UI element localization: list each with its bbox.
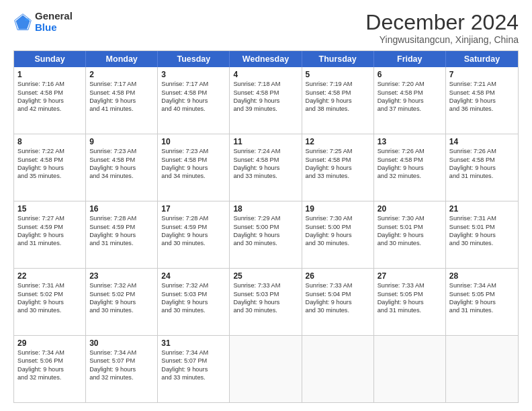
cell-info-line: and 33 minutes. — [233, 172, 298, 180]
cell-info-line: Sunrise: 7:31 AM — [449, 214, 515, 222]
day-cell-12: 12Sunrise: 7:25 AMSunset: 4:58 PMDayligh… — [302, 134, 374, 201]
cell-info-line: Daylight: 9 hours — [89, 298, 154, 306]
day-number: 10 — [161, 137, 226, 146]
day-cell-14: 14Sunrise: 7:26 AMSunset: 4:58 PMDayligh… — [446, 134, 518, 201]
cell-info-line: Daylight: 9 hours — [378, 231, 442, 239]
cell-info-line: Sunset: 5:00 PM — [306, 223, 370, 231]
day-number: 15 — [17, 204, 82, 214]
cell-info-line: Daylight: 9 hours — [161, 164, 226, 172]
cell-info-line: Daylight: 9 hours — [17, 298, 82, 306]
cell-info-line: Daylight: 9 hours — [306, 97, 370, 105]
cell-info-line: Sunrise: 7:32 AM — [89, 281, 154, 289]
cell-info-line: Sunset: 4:58 PM — [449, 89, 515, 97]
cell-info-line: Daylight: 9 hours — [17, 164, 82, 172]
cell-info-line: Daylight: 9 hours — [161, 97, 226, 105]
cell-info-line: Sunrise: 7:23 AM — [89, 147, 154, 155]
day-cell-27: 27Sunrise: 7:33 AMSunset: 5:05 PMDayligh… — [374, 269, 446, 335]
cell-info-line: Sunset: 4:58 PM — [161, 156, 226, 164]
cell-info-line: Daylight: 9 hours — [306, 231, 370, 239]
cell-info-line: Daylight: 9 hours — [306, 298, 370, 306]
cell-info-line: Sunset: 4:58 PM — [378, 156, 442, 164]
calendar-row-3: 22Sunrise: 7:31 AMSunset: 5:02 PMDayligh… — [14, 268, 518, 335]
day-cell-8: 8Sunrise: 7:22 AMSunset: 4:58 PMDaylight… — [14, 134, 86, 201]
cell-info-line: Sunrise: 7:33 AM — [306, 281, 370, 289]
day-number: 30 — [89, 338, 154, 348]
cell-info-line: Sunset: 5:02 PM — [89, 290, 154, 298]
cell-info-line: Sunset: 5:05 PM — [449, 290, 515, 298]
cell-info-line: and 37 minutes. — [378, 105, 442, 113]
cell-info-line: Daylight: 9 hours — [233, 164, 298, 172]
calendar-row-0: 1Sunrise: 7:16 AMSunset: 4:58 PMDaylight… — [14, 67, 518, 134]
cell-info-line: Sunrise: 7:34 AM — [161, 349, 226, 357]
day-cell-10: 10Sunrise: 7:23 AMSunset: 4:58 PMDayligh… — [158, 134, 230, 201]
cell-info-line: and 38 minutes. — [306, 105, 370, 113]
day-cell-16: 16Sunrise: 7:28 AMSunset: 4:59 PMDayligh… — [86, 201, 158, 268]
day-number: 20 — [378, 204, 442, 214]
cell-info-line: Sunrise: 7:22 AM — [17, 147, 82, 155]
cell-info-line: Sunset: 5:07 PM — [161, 357, 226, 365]
day-number: 11 — [233, 137, 298, 146]
cell-info-line: and 32 minutes. — [17, 373, 82, 381]
day-cell-20: 20Sunrise: 7:30 AMSunset: 5:01 PMDayligh… — [374, 201, 446, 268]
day-number: 6 — [378, 70, 442, 79]
cell-info-line: and 32 minutes. — [89, 373, 154, 381]
day-cell-17: 17Sunrise: 7:28 AMSunset: 4:59 PMDayligh… — [158, 201, 230, 268]
cell-info-line: Sunset: 5:00 PM — [233, 223, 298, 231]
cell-info-line: Daylight: 9 hours — [161, 365, 226, 373]
logo-general-text: General — [35, 11, 73, 22]
cell-info-line: and 34 minutes. — [89, 172, 154, 180]
cell-info-line: Sunrise: 7:31 AM — [17, 281, 82, 289]
cell-info-line: Sunset: 5:02 PM — [17, 290, 82, 298]
cell-info-line: Sunrise: 7:26 AM — [449, 147, 515, 155]
day-cell-4: 4Sunrise: 7:18 AMSunset: 4:58 PMDaylight… — [230, 67, 302, 134]
cell-info-line: and 31 minutes. — [449, 306, 515, 314]
cell-info-line: and 30 minutes. — [17, 306, 82, 314]
day-number: 12 — [306, 137, 370, 146]
day-cell-2: 2Sunrise: 7:17 AMSunset: 4:58 PMDaylight… — [86, 67, 158, 134]
cell-info-line: Sunrise: 7:23 AM — [161, 147, 226, 155]
cell-info-line: and 30 minutes. — [233, 306, 298, 314]
header: General Blue December 2024 Yingwusitangc… — [13, 11, 519, 45]
cell-info-line: Sunset: 4:59 PM — [161, 223, 226, 231]
cell-info-line: Sunrise: 7:20 AM — [378, 80, 442, 88]
cell-info-line: Sunrise: 7:34 AM — [449, 281, 515, 289]
day-number: 19 — [306, 204, 370, 214]
cell-info-line: Sunset: 4:59 PM — [17, 223, 82, 231]
day-cell-22: 22Sunrise: 7:31 AMSunset: 5:02 PMDayligh… — [14, 269, 86, 335]
day-number: 3 — [161, 70, 226, 79]
day-cell-1: 1Sunrise: 7:16 AMSunset: 4:58 PMDaylight… — [14, 67, 86, 134]
day-number: 4 — [233, 70, 298, 79]
calendar-body: 1Sunrise: 7:16 AMSunset: 4:58 PMDaylight… — [14, 67, 518, 402]
cell-info-line: and 30 minutes. — [449, 239, 515, 247]
cell-info-line: Sunset: 4:58 PM — [378, 89, 442, 97]
title-block: December 2024 Yingwusitangcun, Xinjiang,… — [365, 11, 519, 45]
cell-info-line: Sunrise: 7:18 AM — [233, 80, 298, 88]
cell-info-line: Sunrise: 7:33 AM — [378, 281, 442, 289]
cell-info-line: and 30 minutes. — [89, 306, 154, 314]
cell-info-line: Daylight: 9 hours — [378, 164, 442, 172]
day-cell-7: 7Sunrise: 7:21 AMSunset: 4:58 PMDaylight… — [446, 67, 518, 134]
day-cell-29: 29Sunrise: 7:34 AMSunset: 5:06 PMDayligh… — [14, 336, 86, 402]
cell-info-line: Sunrise: 7:33 AM — [233, 281, 298, 289]
calendar-row-2: 15Sunrise: 7:27 AMSunset: 4:59 PMDayligh… — [14, 201, 518, 268]
day-number: 2 — [89, 70, 154, 79]
cell-info-line: Daylight: 9 hours — [89, 231, 154, 239]
cell-info-line: Sunset: 5:07 PM — [89, 357, 154, 365]
weekday-header-wednesday: Wednesday — [230, 51, 302, 67]
cell-info-line: Daylight: 9 hours — [17, 231, 82, 239]
cell-info-line: and 32 minutes. — [378, 172, 442, 180]
cell-info-line: Sunset: 5:03 PM — [233, 290, 298, 298]
day-cell-9: 9Sunrise: 7:23 AMSunset: 4:58 PMDaylight… — [86, 134, 158, 201]
day-number: 27 — [378, 271, 442, 281]
cell-info-line: and 33 minutes. — [306, 172, 370, 180]
day-number: 18 — [233, 204, 298, 214]
cell-info-line: Sunrise: 7:28 AM — [161, 214, 226, 222]
day-number: 13 — [378, 137, 442, 146]
cell-info-line: Sunset: 5:06 PM — [17, 357, 82, 365]
day-number: 29 — [17, 338, 82, 348]
day-cell-6: 6Sunrise: 7:20 AMSunset: 4:58 PMDaylight… — [374, 67, 446, 134]
day-cell-25: 25Sunrise: 7:33 AMSunset: 5:03 PMDayligh… — [230, 269, 302, 335]
day-cell-5: 5Sunrise: 7:19 AMSunset: 4:58 PMDaylight… — [302, 67, 374, 134]
day-number: 16 — [89, 204, 154, 214]
cell-info-line: Sunset: 4:58 PM — [306, 156, 370, 164]
